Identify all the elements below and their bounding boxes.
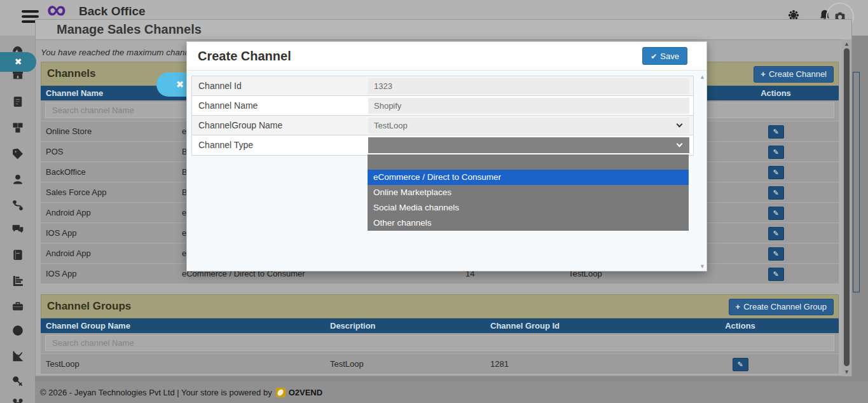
modal-scroll-down-icon[interactable]: ▼ <box>699 263 705 270</box>
screen: ∞ Back Office Manage Sales Channels You … <box>0 0 868 403</box>
o2vend-logo-icon <box>276 388 286 397</box>
route-icon[interactable] <box>11 199 24 212</box>
boxes-icon[interactable] <box>11 121 24 134</box>
close-icon: ✖ <box>15 57 22 67</box>
edit-channel-button[interactable]: ✎ <box>768 186 784 200</box>
channel-groups-panel: Channel Groups +Create Channel Group Cha… <box>41 294 839 374</box>
footer: © 2026 - Jeyan Technologies Pvt Ltd | Yo… <box>35 381 868 403</box>
channel-type-dropdown: eCommerce / Direct to Consumer Online Ma… <box>368 154 689 231</box>
form-row: Channel Name Shopify <box>192 96 693 116</box>
edit-channel-button[interactable]: ✎ <box>768 166 784 179</box>
edit-channel-button[interactable]: ✎ <box>768 268 784 281</box>
form-row: Channel Id 1323 <box>192 76 693 96</box>
key-icon[interactable] <box>11 375 24 388</box>
book-icon[interactable] <box>11 249 24 261</box>
column-channel-name: Channel Name <box>46 86 103 100</box>
scroll-up-icon[interactable]: ▲ <box>842 41 851 47</box>
tag-icon[interactable] <box>11 147 24 160</box>
sidebar-nav <box>0 36 35 403</box>
table-row: TestLoop TestLoop 1281 ✎ <box>41 353 839 374</box>
group-search-input[interactable] <box>45 335 834 351</box>
create-channel-group-button[interactable]: +Create Channel Group <box>729 299 834 315</box>
modal-scroll-up-icon[interactable]: ▲ <box>699 74 705 80</box>
briefcase-icon[interactable] <box>11 300 24 313</box>
dropdown-option[interactable]: Online Marketplaces <box>368 185 689 200</box>
channel-name-field[interactable]: Shopify <box>368 98 689 114</box>
edit-channel-button[interactable]: ✎ <box>768 227 784 240</box>
globe-icon[interactable] <box>11 324 24 337</box>
bar-chart-icon[interactable] <box>11 275 24 287</box>
plus-icon: + <box>736 302 741 311</box>
user-icon[interactable] <box>11 173 24 186</box>
invoice-icon[interactable] <box>11 95 24 108</box>
dropdown-option[interactable]: Social Media channels <box>368 200 689 215</box>
channelgroup-name-select[interactable]: TestLoop <box>368 118 689 133</box>
scroll-down-icon[interactable]: ▼ <box>842 369 851 375</box>
page-title: Manage Sales Channels <box>36 20 851 40</box>
panel-edge-border <box>853 72 860 292</box>
branch-icon[interactable] <box>11 398 24 403</box>
plus-icon: + <box>761 69 766 79</box>
dialog-scrollbar[interactable]: ▲ ▼ <box>842 39 851 376</box>
edit-channel-button[interactable]: ✎ <box>768 247 784 261</box>
column-actions: Actions <box>677 318 804 333</box>
close-icon: ✖ <box>176 79 184 90</box>
create-channel-modal: Create Channel ✔Save Channel Id 1323 Cha… <box>186 41 707 271</box>
chevron-down-icon <box>677 141 683 147</box>
column-actions: Actions <box>715 86 837 100</box>
groups-search-row <box>41 333 839 353</box>
channel-groups-panel-header: Channel Groups +Create Channel Group <box>41 294 839 318</box>
form-row: Channel Type <box>192 135 693 155</box>
brand-title: Back Office <box>79 4 146 18</box>
max-channel-warning: You have reached the maximum channel cre… <box>41 48 187 58</box>
column-group-id: Channel Group Id <box>490 318 560 333</box>
scrollbar-thumb[interactable] <box>844 48 850 366</box>
create-channel-form: Channel Id 1323 Channel Name Shopify Cha… <box>191 76 694 156</box>
o2vend-brand[interactable]: O2VEND <box>289 388 322 397</box>
edit-channel-button[interactable]: ✎ <box>768 207 784 220</box>
chat-icon[interactable] <box>11 223 24 236</box>
channel-type-select[interactable] <box>368 137 689 153</box>
dropdown-option-blank[interactable] <box>368 154 689 170</box>
edit-channel-group-button[interactable]: ✎ <box>733 358 748 371</box>
modal-header: Create Channel ✔Save <box>187 42 706 71</box>
groups-table-header: Channel Group Name Description Channel G… <box>41 318 839 333</box>
chevron-down-icon <box>677 121 683 128</box>
dropdown-option[interactable]: eCommerce / Direct to Consumer <box>368 170 689 185</box>
modal-title: Create Channel <box>187 42 706 70</box>
save-button[interactable]: ✔Save <box>642 47 687 65</box>
line-chart-icon[interactable] <box>11 350 24 362</box>
edit-channel-button[interactable]: ✎ <box>768 125 784 139</box>
dropdown-option[interactable]: Other channels <box>368 215 689 231</box>
check-icon: ✔ <box>651 52 657 61</box>
channel-groups-title: Channel Groups <box>41 295 838 318</box>
column-group-name: Channel Group Name <box>46 318 130 333</box>
channel-id-field[interactable]: 1323 <box>368 78 689 94</box>
copyright-text: © 2026 - Jeyan Technologies Pvt Ltd | Yo… <box>40 388 272 397</box>
create-channel-button[interactable]: +Create Channel <box>754 66 834 83</box>
toast-close-button[interactable]: ✖ <box>0 52 36 72</box>
form-row: ChannelGroup Name TestLoop <box>192 116 693 135</box>
column-description: Description <box>330 318 376 333</box>
edit-channel-button[interactable]: ✎ <box>768 146 784 159</box>
